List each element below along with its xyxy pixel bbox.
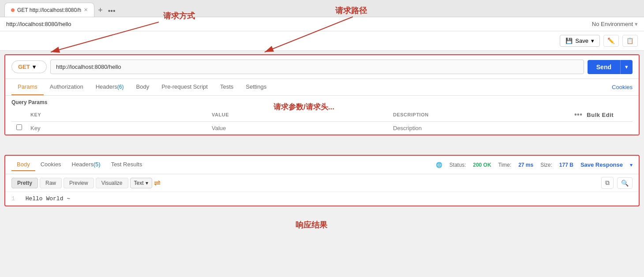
save-response-dropdown[interactable]: ▾ — [630, 162, 633, 168]
tab-close-icon[interactable]: ✕ — [84, 7, 88, 13]
time-label: Time: — [498, 162, 512, 168]
send-button[interactable]: Send — [588, 60, 620, 74]
status-value: 200 OK — [473, 162, 491, 168]
new-tab-button[interactable]: + — [94, 4, 106, 17]
response-tabs-bar: Body Cookies Headers(5) Test Results 🌐 S… — [5, 156, 639, 174]
send-dropdown-button[interactable]: ▾ — [620, 60, 633, 74]
format-bar: Pretty Raw Preview Visualize Text ▾ ⇌ ⧉ … — [5, 174, 639, 192]
params-more-icon[interactable]: ••• — [574, 111, 582, 119]
address-bar: http://localhost:8080/hello No Environme… — [0, 17, 644, 31]
row-checkbox[interactable] — [15, 124, 23, 130]
request-box: GET ▾ Send ▾ Params Authorization Hea — [4, 54, 640, 135]
tab-indicator — [11, 8, 15, 12]
wrap-button[interactable]: ⇌ — [154, 178, 161, 188]
top-toolbar: 💾 Save ▾ ✏️ 📋 — [0, 31, 644, 51]
method-selector[interactable]: GET ▾ — [11, 60, 47, 73]
size-value: 177 B — [559, 162, 573, 168]
request-tabs-bar: Params Authorization Headers(6) Body Pre… — [5, 79, 639, 96]
resp-tab-body[interactable]: Body — [11, 158, 35, 171]
save-response-button[interactable]: Save Response — [580, 161, 623, 168]
fmt-raw[interactable]: Raw — [40, 178, 62, 188]
tab-tests[interactable]: Tests — [214, 79, 240, 95]
tab-params[interactable]: Params — [11, 79, 44, 95]
status-label: Status: — [449, 162, 466, 168]
copy-icon-button[interactable]: 📋 — [622, 35, 638, 47]
tab-label: GET http://localhost:8080/h — [17, 7, 81, 13]
copy-response-button[interactable]: ⧉ — [601, 177, 614, 189]
params-table: KEY VALUE DESCRIPTION ••• Bulk Edit — [11, 108, 633, 135]
fmt-visualize[interactable]: Visualize — [96, 178, 128, 188]
line-number: 1 — [11, 195, 15, 202]
search-response-button[interactable]: 🔍 — [617, 177, 633, 189]
cookies-link[interactable]: Cookies — [612, 79, 633, 95]
address-url: http://localhost:8080/hello — [6, 21, 71, 27]
description-input[interactable] — [393, 125, 567, 131]
save-button[interactable]: 💾 Save ▾ — [560, 35, 600, 47]
tab-pre-request[interactable]: Pre-request Script — [155, 79, 214, 95]
value-input[interactable] — [212, 125, 386, 131]
tab-headers[interactable]: Headers(6) — [90, 79, 130, 95]
key-input[interactable] — [30, 125, 205, 131]
response-status: 🌐 Status: 200 OK Time: 27 ms Size: 177 B… — [436, 161, 633, 168]
spacer — [0, 139, 644, 151]
more-tabs-icon[interactable]: ••• — [106, 5, 117, 17]
bulk-edit-button[interactable]: Bulk Edit — [587, 112, 614, 118]
size-label: Size: — [540, 162, 552, 168]
tab-settings[interactable]: Settings — [240, 79, 273, 95]
response-box: Body Cookies Headers(5) Test Results 🌐 S… — [4, 155, 640, 206]
text-format-selector[interactable]: Text ▾ — [130, 178, 152, 188]
tab-authorization[interactable]: Authorization — [44, 79, 90, 95]
edit-icon-button[interactable]: ✏️ — [603, 35, 619, 47]
resp-tab-test-results[interactable]: Test Results — [106, 158, 148, 171]
environment-selector[interactable]: No Environment ▾ — [592, 21, 638, 27]
browser-tab[interactable]: GET http://localhost:8080/h ✕ — [4, 3, 94, 17]
table-row — [11, 122, 633, 135]
method-label: GET — [18, 64, 30, 70]
response-body: 1 Hello World ~ — [5, 192, 639, 206]
save-label: Save — [575, 37, 588, 44]
globe-icon: 🌐 — [436, 162, 442, 168]
text-format-dropdown-icon: ▾ — [146, 180, 148, 186]
save-disk-icon: 💾 — [565, 37, 573, 44]
url-input[interactable] — [50, 60, 584, 74]
fmt-pretty[interactable]: Pretty — [11, 178, 38, 188]
resp-tab-headers[interactable]: Headers(5) — [67, 158, 106, 171]
resp-tab-cookies[interactable]: Cookies — [35, 158, 67, 171]
fmt-preview[interactable]: Preview — [64, 178, 94, 188]
time-value: 27 ms — [518, 162, 533, 168]
text-format-label: Text — [134, 180, 144, 186]
query-params-section: Query Params KEY VALUE DESCRIPTION ••• B… — [5, 96, 639, 135]
query-params-label: Query Params — [11, 99, 633, 105]
save-dropdown-icon: ▾ — [591, 37, 594, 44]
env-dropdown-icon[interactable]: ▾ — [635, 21, 638, 27]
key-header: KEY — [27, 108, 208, 122]
value-header: VALUE — [208, 108, 389, 122]
no-environment-label: No Environment — [592, 21, 633, 27]
tab-body[interactable]: Body — [130, 79, 156, 95]
method-dropdown-icon: ▾ — [33, 64, 36, 70]
request-area: GET ▾ Send ▾ — [5, 55, 639, 79]
description-header: DESCRIPTION — [389, 108, 571, 122]
response-content: Hello World ~ — [26, 195, 70, 202]
